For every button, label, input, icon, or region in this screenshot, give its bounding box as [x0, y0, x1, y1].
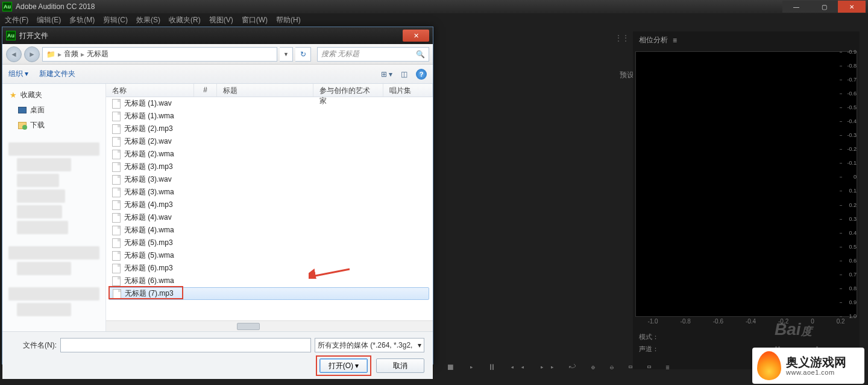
blurred-item — [17, 174, 59, 187]
mode-label: 模式： — [639, 333, 659, 340]
file-name: 无标题 (6).wma — [124, 276, 174, 286]
file-row[interactable]: 无标题 (3).wma — [106, 186, 433, 199]
file-name: 无标题 (3).wav — [124, 174, 172, 185]
file-row[interactable]: 无标题 (6).mp3 — [106, 262, 433, 275]
monitor-icon — [18, 107, 27, 113]
h-scrollbar[interactable] — [106, 320, 433, 331]
dialog-toolbar: 组织 ▾ 新建文件夹 ⊞ ▾ ◫ ? — [2, 65, 433, 84]
phase-chart: -0.9-0.8-0.7-0.6-0.5-0.4-0.3-0.2-0.100.1… — [635, 51, 857, 317]
menubar: 文件(F) 编辑(E) 多轨(M) 剪辑(C) 效果(S) 收藏夹(R) 视图(… — [0, 13, 868, 27]
file-row[interactable]: 无标题 (5).mp3 — [106, 237, 433, 249]
logo-cn: 奥义游戏网 — [786, 355, 846, 369]
sidebar-item-label: 桌面 — [30, 105, 45, 115]
dialog-titlebar: Au 打开文件 ✕ — [2, 27, 433, 44]
filetype-select[interactable]: 所有支持的媒体 (*.264, *.3g2,▾ — [315, 338, 424, 352]
file-row[interactable]: 无标题 (1).wma — [106, 110, 433, 122]
file-icon — [112, 99, 121, 109]
menu-window[interactable]: 窗口(W) — [242, 15, 268, 25]
sidebar-desktop[interactable]: 桌面 — [5, 103, 103, 118]
nav-back-button[interactable]: ◄ — [6, 46, 22, 62]
file-name: 无标题 (7).mp3 — [125, 288, 174, 299]
file-row[interactable]: 无标题 (2).mp3 — [106, 122, 433, 135]
file-row[interactable]: 无标题 (2).wav — [106, 135, 433, 148]
y-scale: -0.9-0.8-0.7-0.6-0.5-0.4-0.3-0.2-0.100.1… — [838, 52, 858, 316]
file-icon — [112, 276, 121, 286]
nav-row: ◄ ► 📁 ▸ 音频 ▸ 无标题 ▼ ↻ 搜索 无标题 🔍 — [2, 44, 433, 65]
file-icon — [112, 251, 121, 261]
nav-fwd-button[interactable]: ► — [24, 46, 40, 62]
dialog-app-icon: Au — [6, 31, 16, 40]
file-icon — [112, 162, 121, 172]
refresh-button[interactable]: ↻ — [295, 47, 311, 62]
blurred-item — [8, 287, 99, 301]
open-button[interactable]: 打开(O) ▾ — [319, 358, 368, 373]
close-button[interactable]: ✕ — [838, 1, 866, 13]
flame-icon — [757, 351, 781, 380]
menu-file[interactable]: 文件(F) — [5, 15, 28, 25]
file-row[interactable]: 无标题 (2).wma — [106, 148, 433, 161]
menu-help[interactable]: 帮助(H) — [276, 15, 301, 25]
file-row[interactable]: 无标题 (1).wav — [106, 97, 433, 110]
file-row[interactable]: 无标题 (4).wav — [106, 211, 433, 224]
file-icon — [112, 188, 121, 197]
blurred-item — [17, 262, 71, 275]
blurred-item — [17, 221, 68, 234]
maximize-button[interactable]: ▢ — [810, 1, 838, 13]
file-row[interactable]: 无标题 (6).wma — [106, 275, 433, 287]
file-icon — [112, 200, 121, 210]
col-album[interactable]: 唱片集 — [383, 84, 433, 97]
view-mode-button[interactable]: ⊞ ▾ — [381, 70, 392, 78]
open-file-dialog: Au 打开文件 ✕ ◄ ► 📁 ▸ 音频 ▸ 无标题 ▼ ↻ 搜索 无标题 🔍 … — [2, 27, 433, 364]
file-row[interactable]: 无标题 (3).wav — [106, 173, 433, 186]
transport-icons[interactable]: ⏹ ▸ ⏸ ◂◂ ▸▸ ⤾ ⊕ ⊖ ▭ ▭ ≣ — [446, 362, 676, 372]
cancel-button[interactable]: 取消 — [376, 358, 424, 373]
preview-pane-button[interactable]: ◫ — [401, 70, 407, 78]
sidebar-favorites[interactable]: ★收藏夹 — [5, 88, 103, 103]
dialog-close-button[interactable]: ✕ — [403, 30, 429, 42]
preset-label[interactable]: 预设 — [620, 70, 634, 80]
panel-divider-icon[interactable]: ⋮⋮ — [615, 34, 620, 45]
file-icon — [112, 124, 121, 134]
file-row[interactable]: 无标题 (4).wma — [106, 224, 433, 237]
site-logo: 奥义游戏网 www.aoe1.com — [752, 348, 864, 384]
filename-input[interactable] — [60, 338, 311, 352]
phase-title: 相位分析 — [639, 35, 668, 45]
breadcrumb[interactable]: 📁 ▸ 音频 ▸ 无标题 — [42, 47, 277, 62]
search-input[interactable]: 搜索 无标题 🔍 — [317, 47, 429, 62]
file-row[interactable]: 无标题 (4).mp3 — [106, 199, 433, 211]
menu-clip[interactable]: 剪辑(C) — [103, 15, 128, 25]
blurred-item — [17, 205, 62, 218]
file-name: 无标题 (3).wma — [124, 187, 174, 197]
file-name: 无标题 (2).wma — [124, 149, 174, 159]
new-folder-button[interactable]: 新建文件夹 — [39, 69, 75, 79]
menu-edit[interactable]: 编辑(E) — [37, 15, 61, 25]
titlebar: Au Adobe Audition CC 2018 — ▢ ✕ — [0, 0, 868, 13]
breadcrumb-dropdown[interactable]: ▼ — [280, 47, 293, 62]
sidebar-item-label: 下载 — [30, 120, 45, 130]
organize-button[interactable]: 组织 ▾ — [8, 69, 28, 79]
svg-line-0 — [312, 269, 350, 276]
dialog-title: 打开文件 — [19, 31, 48, 41]
help-icon[interactable]: ? — [416, 69, 427, 80]
col-name[interactable]: 名称 — [106, 84, 194, 97]
breadcrumb-seg-untitled[interactable]: 无标题 — [87, 49, 108, 59]
sidebar-downloads[interactable]: 下载 — [5, 118, 103, 133]
file-icon — [113, 289, 121, 299]
file-icon — [112, 226, 121, 235]
panel-menu-icon[interactable]: ≡ — [673, 36, 676, 45]
menu-multitrack[interactable]: 多轨(M) — [69, 15, 95, 25]
file-icon — [112, 137, 121, 147]
breadcrumb-seg-audio[interactable]: 音频 — [64, 49, 78, 59]
file-row[interactable]: 无标题 (3).mp3 — [106, 161, 433, 173]
menu-effect[interactable]: 效果(S) — [136, 15, 160, 25]
col-title[interactable]: 标题 — [217, 84, 313, 97]
file-row[interactable]: 无标题 (5).wma — [106, 249, 433, 262]
col-num[interactable]: # — [194, 84, 217, 97]
menu-view[interactable]: 视图(V) — [209, 15, 233, 25]
file-list[interactable]: 无标题 (1).wav无标题 (1).wma无标题 (2).mp3无标题 (2)… — [106, 97, 433, 320]
col-artist[interactable]: 参与创作的艺术家 — [313, 84, 383, 97]
file-row[interactable]: 无标题 (7).mp3 — [108, 287, 429, 300]
minimize-button[interactable]: — — [782, 1, 810, 13]
menu-favorites[interactable]: 收藏夹(R) — [169, 15, 201, 25]
app-window: Au Adobe Audition CC 2018 — ▢ ✕ 文件(F) 编辑… — [0, 0, 868, 385]
